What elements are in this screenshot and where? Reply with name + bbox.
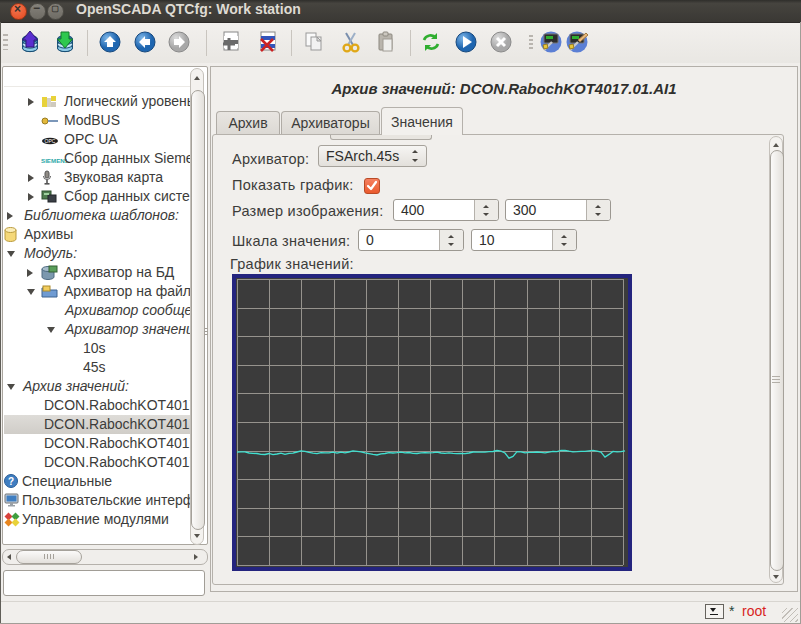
svg-text:OPC: OPC (45, 138, 56, 144)
svg-text:?: ? (8, 476, 14, 487)
